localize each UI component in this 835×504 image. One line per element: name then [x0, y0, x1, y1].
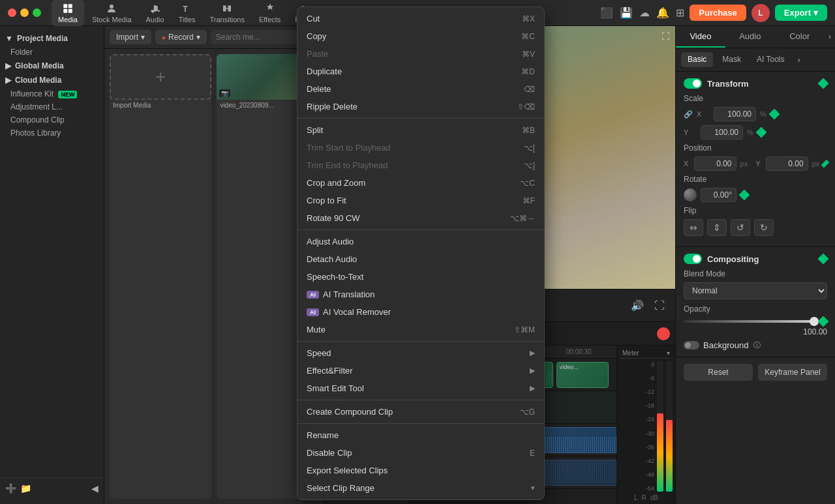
ctx-select-clip-range[interactable]: Select Clip Range ▾ [297, 479, 544, 497]
ctx-ai-translation[interactable]: AI AI Translation [297, 286, 544, 303]
ctx-effect-filter[interactable]: Effect&Filter ▶ [297, 362, 544, 379]
ai-translation-badge: AI [307, 291, 319, 299]
ctx-disable-clip-shortcut: E [530, 449, 535, 458]
ctx-select-clip-range-label: Select Clip Range [307, 483, 374, 493]
ctx-duplicate-shortcut: ⌘D [521, 67, 535, 76]
ctx-rotate-90[interactable]: Rotate 90 CW ⌥⌘→ [297, 209, 544, 227]
ctx-speed-label: Speed [307, 348, 331, 358]
ctx-delete[interactable]: Delete ⌫ [297, 80, 544, 98]
ctx-cut-label: Cut [307, 14, 320, 23]
ctx-paste: Paste ⌘V [297, 45, 544, 63]
ctx-trim-end-shortcut: ⌥] [524, 161, 535, 170]
ctx-rotate-90-shortcut: ⌥⌘→ [510, 214, 535, 223]
ctx-speech-to-text-label: Speech-to-Text [307, 272, 363, 282]
ctx-smart-edit[interactable]: Smart Edit Tool ▶ [297, 379, 544, 397]
ctx-ai-vocal-label: AI Vocal Remover [323, 307, 391, 317]
ctx-compound-clip-label: Create Compound Clip [307, 407, 393, 417]
ctx-mute[interactable]: Mute ⇧⌘M [297, 321, 544, 338]
ctx-delete-shortcut: ⌫ [524, 85, 535, 94]
context-menu-overlay: Cut ⌘X Copy ⌘C Paste ⌘V Duplicate ⌘D Del… [0, 0, 835, 504]
ctx-copy[interactable]: Copy ⌘C [297, 27, 544, 45]
ctx-paste-shortcut: ⌘V [522, 50, 535, 59]
ctx-split-label: Split [307, 125, 323, 135]
ctx-cut-shortcut: ⌘X [522, 14, 535, 23]
ctx-duplicate-label: Duplicate [307, 67, 342, 76]
ctx-cut[interactable]: Cut ⌘X [297, 10, 544, 27]
ctx-adjust-audio[interactable]: Adjust Audio [297, 233, 544, 250]
ctx-rename[interactable]: Rename [297, 426, 544, 444]
separator-4 [297, 400, 544, 400]
ctx-ripple-delete-label: Ripple Delete [307, 102, 357, 111]
ctx-trim-end: Trim End to Playhead ⌥] [297, 156, 544, 174]
ctx-copy-shortcut: ⌘C [521, 32, 535, 41]
ctx-ripple-delete[interactable]: Ripple Delete ⇧⌫ [297, 98, 544, 115]
ctx-crop-zoom-shortcut: ⌥C [520, 179, 535, 188]
ctx-export-selected[interactable]: Export Selected Clips [297, 462, 544, 479]
ctx-trim-start: Trim Start to Playhead ⌥[ [297, 139, 544, 156]
separator-1 [297, 118, 544, 119]
ctx-split[interactable]: Split ⌘B [297, 121, 544, 139]
ctx-adjust-audio-label: Adjust Audio [307, 237, 354, 246]
ctx-detach-audio-label: Detach Audio [307, 254, 357, 264]
ctx-trim-start-label: Trim Start to Playhead [307, 143, 391, 153]
ctx-trim-start-shortcut: ⌥[ [524, 143, 535, 153]
ctx-crop-zoom[interactable]: Crop and Zoom ⌥C [297, 174, 544, 192]
ctx-disable-clip-label: Disable Clip [307, 448, 352, 458]
ctx-rotate-90-label: Rotate 90 CW [307, 213, 360, 223]
ctx-copy-label: Copy [307, 31, 326, 41]
ctx-effect-filter-label: Effect&Filter [307, 366, 353, 376]
ctx-ai-translation-label: AI Translation [323, 289, 375, 299]
ctx-trim-end-label: Trim End to Playhead [307, 160, 388, 170]
ctx-speed-arrow: ▶ [530, 349, 535, 357]
ctx-compound-clip-shortcut: ⌥G [520, 408, 535, 417]
ctx-ai-vocal[interactable]: AI AI Vocal Remover [297, 303, 544, 321]
ctx-compound-clip[interactable]: Create Compound Clip ⌥G [297, 403, 544, 421]
ctx-crop-fit[interactable]: Crop to Fit ⌘F [297, 192, 544, 209]
ctx-ripple-delete-shortcut: ⇧⌫ [517, 102, 535, 111]
ctx-speech-to-text[interactable]: Speech-to-Text [297, 268, 544, 286]
ctx-disable-clip[interactable]: Disable Clip E [297, 444, 544, 462]
ctx-split-shortcut: ⌘B [522, 126, 535, 135]
ctx-smart-edit-arrow: ▶ [530, 384, 535, 393]
separator-2 [297, 230, 544, 230]
ctx-mute-shortcut: ⇧⌘M [514, 325, 535, 334]
ai-vocal-badge: AI [307, 308, 319, 316]
ctx-export-selected-label: Export Selected Clips [307, 466, 387, 475]
ctx-smart-edit-label: Smart Edit Tool [307, 383, 364, 393]
ctx-detach-audio[interactable]: Detach Audio [297, 250, 544, 268]
ctx-paste-label: Paste [307, 49, 328, 59]
separator-3 [297, 341, 544, 342]
ctx-select-clip-range-arrow: ▾ [531, 484, 535, 492]
ctx-rename-label: Rename [307, 430, 339, 440]
ctx-crop-fit-shortcut: ⌘F [523, 196, 535, 205]
ctx-crop-zoom-label: Crop and Zoom [307, 178, 365, 188]
separator-5 [297, 423, 544, 424]
ctx-delete-label: Delete [307, 84, 331, 94]
ctx-speed[interactable]: Speed ▶ [297, 344, 544, 362]
context-menu: Cut ⌘X Copy ⌘C Paste ⌘V Duplicate ⌘D Del… [297, 7, 545, 500]
ctx-duplicate[interactable]: Duplicate ⌘D [297, 63, 544, 80]
ctx-mute-label: Mute [307, 325, 326, 334]
ctx-effect-filter-arrow: ▶ [530, 366, 535, 375]
ctx-crop-fit-label: Crop to Fit [307, 196, 346, 205]
